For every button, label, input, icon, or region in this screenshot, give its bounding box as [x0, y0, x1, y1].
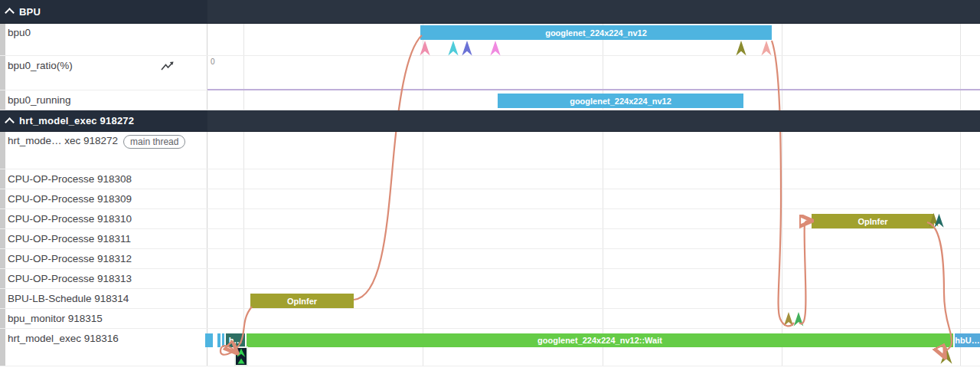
- track-row-918311: CPU-OP-Processe 918311: [0, 229, 980, 249]
- instant-arrow-salmon[interactable]: [761, 41, 772, 56]
- track-row-main-thread: hrt_mode… xec 918272 main thread: [0, 131, 980, 169]
- slice-small-blue-1[interactable]: [205, 333, 213, 347]
- track-label-918309[interactable]: CPU-OP-Processe 918309: [0, 189, 207, 208]
- track-label-918311[interactable]: CPU-OP-Processe 918311: [0, 229, 207, 248]
- slice-googlenet-wait[interactable]: googlenet_224x224_nv12::Wait: [247, 333, 953, 347]
- slice-bpu0-googlenet[interactable]: googlenet_224x224_nv12: [420, 25, 772, 40]
- group-title: BPU: [19, 6, 41, 18]
- track-label-918310[interactable]: CPU-OP-Processe 918310: [0, 209, 207, 228]
- track-row-918309: CPU-OP-Processe 918309: [0, 189, 980, 209]
- slice-small-blue-3[interactable]: [222, 333, 224, 347]
- slice-opinfer-cpu[interactable]: OpInfer: [812, 214, 934, 228]
- track-label-918314[interactable]: BPU-LB-Schedule 918314: [0, 289, 207, 308]
- track-row-918308: CPU-OP-Processe 918308: [0, 169, 980, 189]
- instant-arrow-olive[interactable]: [736, 41, 746, 56]
- instant-arrow-indigo[interactable]: [462, 41, 472, 56]
- instant-arrow-orchid[interactable]: [490, 41, 501, 56]
- slice-bpu0-running-googlenet[interactable]: googlenet_224x224_nv12: [498, 94, 743, 108]
- track-label-918308[interactable]: CPU-OP-Processe 918308: [0, 169, 207, 189]
- slice-h-truncated[interactable]: h…: [226, 333, 245, 347]
- trace-viewer: BPU bpu0 bpu0_ratio(%) 0 bpu0_running hr…: [0, 0, 980, 371]
- counter-chart-icon: [161, 61, 175, 71]
- header-track-shade: [207, 0, 980, 23]
- marker-green-arrow-icon: [236, 348, 247, 365]
- track-row-918315: bpu_monitor 918315: [0, 309, 980, 329]
- counter-value: 0: [211, 57, 215, 66]
- slice-small-blue-2[interactable]: [217, 333, 220, 347]
- slice-opinfer-schedule[interactable]: OpInfer: [250, 294, 354, 308]
- main-thread-badge: main thread: [123, 135, 185, 149]
- instant-arrow-green[interactable]: [793, 312, 804, 327]
- group-title: hrt_model_exec 918272: [19, 115, 134, 126]
- track-label-bpu0[interactable]: bpu0: [0, 23, 207, 55]
- track-row-bpu0-running: bpu0_running: [0, 90, 980, 110]
- track-label-918316[interactable]: hrt_model_exec 918316: [0, 329, 207, 366]
- selected-instant-marker[interactable]: [234, 346, 248, 366]
- main-thread-name: hrt_mode… xec 918272: [8, 135, 118, 146]
- slice-hbu-truncated[interactable]: hbU…: [955, 333, 980, 347]
- group-header-bpu[interactable]: BPU: [0, 0, 980, 24]
- instant-arrow-pink[interactable]: [420, 41, 430, 56]
- track-label-918312[interactable]: CPU-OP-Processe 918312: [0, 249, 207, 268]
- instant-arrow-olive[interactable]: [940, 346, 952, 365]
- track-row-918313: CPU-OP-Processe 918313: [0, 269, 980, 289]
- track-label-main-thread[interactable]: hrt_mode… xec 918272 main thread: [0, 131, 207, 169]
- collapse-caret-icon: [5, 117, 15, 127]
- collapse-caret-icon: [5, 8, 15, 18]
- instant-arrow-gold[interactable]: [783, 312, 794, 327]
- track-row-918312: CPU-OP-Processe 918312: [0, 249, 980, 269]
- counter-zero-line: [207, 89, 980, 90]
- track-row-918314: BPU-LB-Schedule 918314: [0, 289, 980, 309]
- track-label-918315[interactable]: bpu_monitor 918315: [0, 309, 207, 328]
- track-label-bpu0-running[interactable]: bpu0_running: [0, 90, 207, 110]
- track-label-bpu0-ratio[interactable]: bpu0_ratio(%): [0, 56, 207, 90]
- group-header-hrt-model-exec[interactable]: hrt_model_exec 918272: [0, 110, 980, 132]
- instant-arrow-teal[interactable]: [448, 41, 459, 56]
- header-track-shade: [207, 110, 980, 131]
- track-label-918313[interactable]: CPU-OP-Processe 918313: [0, 269, 207, 288]
- instant-arrow-dark-teal[interactable]: [934, 213, 944, 228]
- track-row-bpu0-ratio: bpu0_ratio(%): [0, 56, 980, 90]
